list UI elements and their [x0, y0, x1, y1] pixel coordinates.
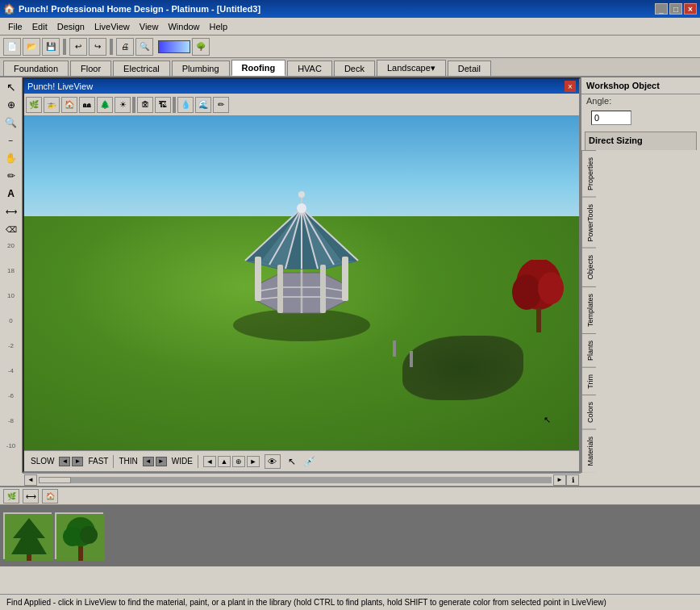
status-text: Find Applied - click in LiveView to find… — [6, 598, 606, 607]
vtab-objects[interactable]: Objects — [582, 248, 596, 286]
menu-window[interactable]: Window — [163, 20, 204, 33]
minimize-button[interactable]: _ — [655, 3, 668, 15]
svg-rect-41 — [27, 554, 31, 561]
lv-tool-8[interactable]: 🏗 — [155, 97, 171, 113]
lv-tool-3[interactable]: 🏠 — [61, 97, 77, 113]
menu-edit[interactable]: Edit — [27, 20, 52, 33]
new-button[interactable]: 📄 — [3, 38, 21, 56]
cursor-btn[interactable]: ↖ — [285, 456, 298, 467]
lv-sep — [132, 97, 135, 113]
red-tree — [510, 260, 567, 332]
thumbnail-strip — [0, 505, 700, 566]
bt-tool-1[interactable]: 🌿 — [3, 489, 19, 503]
maximize-button[interactable]: □ — [669, 3, 682, 15]
width-control[interactable]: ◄ ► — [143, 457, 167, 466]
nav-right[interactable]: ► — [247, 456, 260, 467]
open-button[interactable]: 📂 — [23, 38, 40, 56]
tab-hvac[interactable]: HVAC — [287, 61, 332, 76]
redo-button[interactable]: ↪ — [89, 38, 106, 56]
bt-tool-2[interactable]: ⟷ — [23, 489, 39, 503]
bt-tool-3[interactable]: 🏠 — [42, 489, 58, 503]
menu-liveview[interactable]: LiveView — [90, 20, 135, 33]
select-tool[interactable]: ⊕ — [3, 97, 19, 113]
zoom-in-tool[interactable]: 🔍 — [3, 115, 19, 131]
zoom-out-tool[interactable]: − — [3, 132, 19, 148]
nav-left[interactable]: ◄ — [203, 456, 216, 467]
svg-rect-36 — [342, 257, 348, 301]
left-toolbar: ↖ ⊕ 🔍 − ✋ ✏ A ⟷ ⌫ 20 18 10 0 -2 -4 -6 -8… — [0, 77, 23, 473]
nav-center[interactable]: ⊕ — [232, 456, 245, 467]
bottom-area: 🌿 ⟷ 🏠 — [0, 486, 700, 566]
save-button[interactable]: 💾 — [42, 38, 60, 56]
draw-tool[interactable]: ✏ — [3, 168, 19, 184]
vtab-colors[interactable]: Colors — [582, 395, 596, 429]
tab-floor[interactable]: Floor — [70, 61, 111, 76]
menu-view[interactable]: View — [135, 20, 164, 33]
vtab-trim[interactable]: Trim — [582, 367, 596, 395]
thumbnail-2[interactable] — [55, 512, 103, 559]
hscroll-info-btn[interactable]: ℹ — [566, 474, 579, 486]
svg-point-34 — [298, 191, 305, 198]
tab-landscape[interactable]: Landscape▾ — [377, 60, 446, 76]
width-left-btn[interactable]: ◄ — [143, 457, 154, 466]
menu-help[interactable]: Help — [205, 20, 233, 33]
nav-up[interactable]: ▲ — [218, 456, 231, 467]
menu-design[interactable]: Design — [52, 20, 90, 33]
lv-tool-9[interactable]: 💧 — [177, 97, 194, 113]
svg-rect-3 — [536, 308, 541, 332]
thumbnail-1[interactable] — [3, 512, 52, 559]
lv-tool-6[interactable]: ☀ — [115, 97, 131, 113]
eyedrop-btn[interactable]: 💉 — [303, 456, 316, 467]
liveview-canvas[interactable]: ↖ — [24, 116, 579, 450]
h-scroll-bar: ◄ ► ℹ — [23, 473, 581, 486]
speed-left-btn[interactable]: ◄ — [59, 457, 70, 466]
tab-foundation[interactable]: Foundation — [3, 61, 69, 76]
pan-tool[interactable]: ✋ — [3, 150, 19, 166]
tab-plumbing[interactable]: Plumbing — [172, 61, 230, 76]
measure-tool[interactable]: ⟷ — [3, 203, 19, 219]
wide-label: WIDE — [172, 457, 193, 466]
angle-input[interactable] — [591, 111, 631, 125]
golf-pin-1 — [410, 351, 413, 367]
titlebar-controls[interactable]: _ □ × — [655, 3, 697, 15]
titlebar-left: 🏠 Punch! Professional Home Design - Plat… — [3, 3, 260, 15]
tab-electrical[interactable]: Electrical — [113, 61, 170, 76]
pointer-tool[interactable]: ↖ — [3, 79, 19, 95]
eye-view-btn[interactable]: 👁 — [265, 454, 281, 469]
hscroll-thumb[interactable] — [39, 477, 71, 483]
thin-label: THIN — [119, 457, 137, 466]
lv-tool-11[interactable]: ✏ — [213, 97, 229, 113]
sep-speed — [113, 455, 114, 468]
main-content: ↖ ⊕ 🔍 − ✋ ✏ A ⟷ ⌫ 20 18 10 0 -2 -4 -6 -8… — [0, 77, 700, 473]
lv-tool-1[interactable]: 🌿 — [26, 97, 42, 113]
width-right-btn[interactable]: ► — [156, 457, 167, 466]
vtab-plants[interactable]: Plants — [582, 333, 596, 367]
hscroll-track[interactable] — [39, 477, 552, 483]
liveview-close-button[interactable]: × — [565, 81, 576, 92]
vtab-materials[interactable]: Materials — [582, 429, 596, 473]
speed-control[interactable]: ◄ ► — [59, 457, 83, 466]
lv-tool-7[interactable]: 🏚 — [137, 97, 153, 113]
print-button[interactable]: 🖨 — [116, 38, 134, 56]
lv-tool-2[interactable]: 🚁 — [44, 97, 60, 113]
text-tool[interactable]: A — [3, 186, 19, 202]
lv-tool-5[interactable]: 🌲 — [97, 97, 113, 113]
undo-button[interactable]: ↩ — [69, 38, 87, 56]
color-swatch[interactable] — [158, 40, 190, 53]
speed-right-btn[interactable]: ► — [72, 457, 83, 466]
menu-file[interactable]: File — [3, 20, 27, 33]
lv-tool-4[interactable]: 🏘 — [79, 97, 95, 113]
zoom-button[interactable]: 🔍 — [135, 38, 153, 56]
close-button[interactable]: × — [684, 3, 697, 15]
hscroll-right-btn[interactable]: ► — [553, 474, 566, 486]
lv-tool-10[interactable]: 🌊 — [195, 97, 211, 113]
vtab-powertools[interactable]: PowerTools — [582, 197, 596, 249]
vtab-properties[interactable]: Properties — [582, 150, 596, 197]
tab-detail[interactable]: Detail — [448, 61, 491, 76]
vtab-templates[interactable]: Templates — [582, 286, 596, 333]
eraser-tool[interactable]: ⌫ — [3, 221, 19, 237]
tab-roofing[interactable]: Roofing — [231, 60, 286, 76]
landscape-tool[interactable]: 🌳 — [192, 38, 210, 56]
hscroll-left-btn[interactable]: ◄ — [24, 474, 37, 486]
tab-deck[interactable]: Deck — [334, 61, 375, 76]
